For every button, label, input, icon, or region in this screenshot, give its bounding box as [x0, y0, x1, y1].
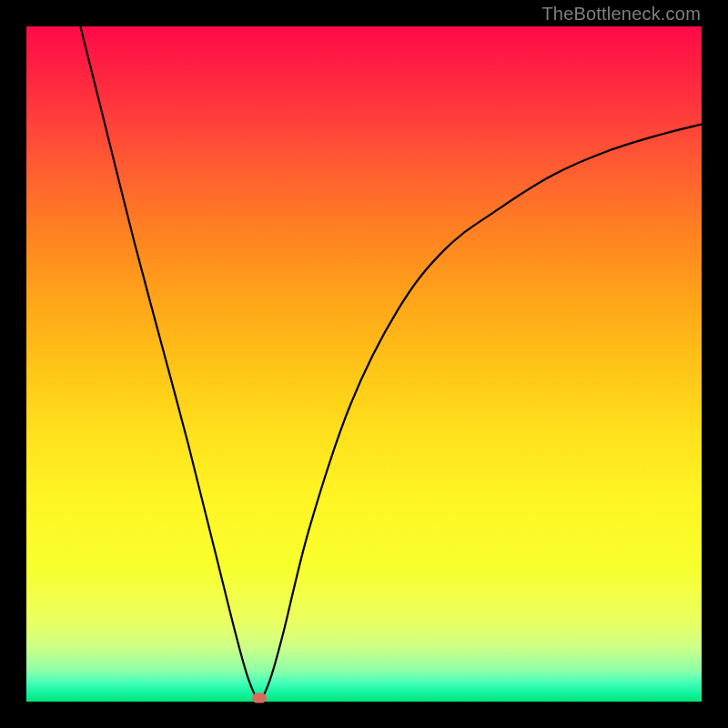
attribution-text: TheBottleneck.com [541, 4, 701, 25]
chart-frame: TheBottleneck.com [0, 0, 728, 728]
bottleneck-curve [26, 26, 702, 702]
minimum-marker [252, 693, 267, 703]
plot-area [26, 26, 702, 702]
